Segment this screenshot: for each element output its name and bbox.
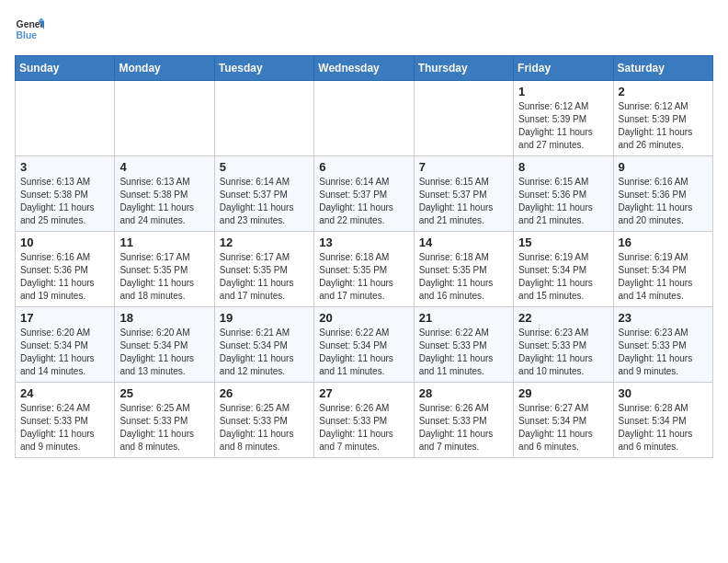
day-number: 7 bbox=[419, 160, 508, 174]
calendar-cell: 5Sunrise: 6:14 AMSunset: 5:37 PMDaylight… bbox=[214, 156, 313, 232]
day-info: Sunrise: 6:18 AMSunset: 5:35 PMDaylight:… bbox=[419, 251, 508, 303]
column-header-thursday: Thursday bbox=[414, 56, 513, 81]
day-info: Sunrise: 6:19 AMSunset: 5:34 PMDaylight:… bbox=[619, 251, 708, 303]
calendar-week-row: 1Sunrise: 6:12 AMSunset: 5:39 PMDaylight… bbox=[16, 81, 713, 156]
calendar-week-row: 24Sunrise: 6:24 AMSunset: 5:33 PMDayligh… bbox=[16, 383, 713, 458]
day-number: 25 bbox=[119, 386, 209, 400]
day-number: 19 bbox=[220, 311, 309, 325]
calendar-cell: 10Sunrise: 6:16 AMSunset: 5:36 PMDayligh… bbox=[16, 232, 115, 307]
day-info: Sunrise: 6:19 AMSunset: 5:34 PMDaylight:… bbox=[518, 251, 608, 303]
day-number: 21 bbox=[419, 311, 508, 325]
logo-icon: General Blue bbox=[15, 15, 44, 44]
day-number: 4 bbox=[119, 160, 209, 174]
calendar-cell: 19Sunrise: 6:21 AMSunset: 5:34 PMDayligh… bbox=[214, 307, 313, 383]
day-info: Sunrise: 6:25 AMSunset: 5:33 PMDaylight:… bbox=[220, 402, 309, 454]
day-info: Sunrise: 6:14 AMSunset: 5:37 PMDaylight:… bbox=[319, 176, 408, 227]
calendar-cell bbox=[414, 81, 513, 156]
calendar-header-row: SundayMondayTuesdayWednesdayThursdayFrid… bbox=[16, 56, 713, 81]
day-number: 24 bbox=[20, 386, 109, 400]
calendar-cell: 7Sunrise: 6:15 AMSunset: 5:37 PMDaylight… bbox=[414, 156, 513, 232]
calendar-cell: 15Sunrise: 6:19 AMSunset: 5:34 PMDayligh… bbox=[514, 232, 613, 307]
day-number: 13 bbox=[319, 236, 408, 249]
calendar-cell: 2Sunrise: 6:12 AMSunset: 5:39 PMDaylight… bbox=[613, 81, 712, 156]
calendar-cell: 23Sunrise: 6:23 AMSunset: 5:33 PMDayligh… bbox=[613, 307, 712, 383]
calendar-cell: 9Sunrise: 6:16 AMSunset: 5:36 PMDaylight… bbox=[613, 156, 712, 232]
day-number: 16 bbox=[619, 236, 708, 249]
day-number: 27 bbox=[319, 386, 408, 400]
calendar-cell: 1Sunrise: 6:12 AMSunset: 5:39 PMDaylight… bbox=[514, 81, 613, 156]
day-number: 29 bbox=[518, 386, 608, 400]
day-number: 5 bbox=[220, 160, 309, 174]
column-header-sunday: Sunday bbox=[16, 56, 115, 81]
svg-text:Blue: Blue bbox=[17, 30, 38, 40]
column-header-wednesday: Wednesday bbox=[314, 56, 414, 81]
day-number: 12 bbox=[220, 236, 309, 249]
logo: General Blue bbox=[15, 15, 44, 44]
calendar-cell: 25Sunrise: 6:25 AMSunset: 5:33 PMDayligh… bbox=[115, 383, 214, 458]
day-info: Sunrise: 6:14 AMSunset: 5:37 PMDaylight:… bbox=[220, 176, 309, 227]
calendar-cell: 14Sunrise: 6:18 AMSunset: 5:35 PMDayligh… bbox=[414, 232, 513, 307]
column-header-tuesday: Tuesday bbox=[214, 56, 313, 81]
day-info: Sunrise: 6:26 AMSunset: 5:33 PMDaylight:… bbox=[319, 402, 408, 454]
day-number: 10 bbox=[20, 236, 109, 249]
calendar-cell: 8Sunrise: 6:15 AMSunset: 5:36 PMDaylight… bbox=[514, 156, 613, 232]
calendar-cell: 26Sunrise: 6:25 AMSunset: 5:33 PMDayligh… bbox=[214, 383, 313, 458]
day-info: Sunrise: 6:26 AMSunset: 5:33 PMDaylight:… bbox=[419, 402, 508, 454]
calendar-cell: 27Sunrise: 6:26 AMSunset: 5:33 PMDayligh… bbox=[314, 383, 414, 458]
day-info: Sunrise: 6:13 AMSunset: 5:38 PMDaylight:… bbox=[119, 176, 209, 227]
day-info: Sunrise: 6:22 AMSunset: 5:33 PMDaylight:… bbox=[419, 327, 508, 378]
day-info: Sunrise: 6:25 AMSunset: 5:33 PMDaylight:… bbox=[119, 402, 209, 454]
calendar-cell: 21Sunrise: 6:22 AMSunset: 5:33 PMDayligh… bbox=[414, 307, 513, 383]
calendar-cell: 18Sunrise: 6:20 AMSunset: 5:34 PMDayligh… bbox=[115, 307, 214, 383]
column-header-saturday: Saturday bbox=[613, 56, 712, 81]
calendar-cell: 3Sunrise: 6:13 AMSunset: 5:38 PMDaylight… bbox=[16, 156, 115, 232]
day-number: 28 bbox=[419, 386, 508, 400]
calendar-cell: 4Sunrise: 6:13 AMSunset: 5:38 PMDaylight… bbox=[115, 156, 214, 232]
day-number: 3 bbox=[20, 160, 109, 174]
calendar-cell: 12Sunrise: 6:17 AMSunset: 5:35 PMDayligh… bbox=[214, 232, 313, 307]
day-number: 17 bbox=[20, 311, 109, 325]
calendar-cell: 20Sunrise: 6:22 AMSunset: 5:34 PMDayligh… bbox=[314, 307, 414, 383]
day-number: 9 bbox=[619, 160, 708, 174]
day-info: Sunrise: 6:12 AMSunset: 5:39 PMDaylight:… bbox=[619, 100, 708, 152]
calendar-cell: 17Sunrise: 6:20 AMSunset: 5:34 PMDayligh… bbox=[16, 307, 115, 383]
calendar-cell: 24Sunrise: 6:24 AMSunset: 5:33 PMDayligh… bbox=[16, 383, 115, 458]
day-info: Sunrise: 6:17 AMSunset: 5:35 PMDaylight:… bbox=[220, 251, 309, 303]
day-info: Sunrise: 6:21 AMSunset: 5:34 PMDaylight:… bbox=[220, 327, 309, 378]
day-info: Sunrise: 6:24 AMSunset: 5:33 PMDaylight:… bbox=[20, 402, 109, 454]
day-info: Sunrise: 6:16 AMSunset: 5:36 PMDaylight:… bbox=[20, 251, 109, 303]
day-number: 18 bbox=[119, 311, 209, 325]
calendar-table: SundayMondayTuesdayWednesdayThursdayFrid… bbox=[15, 55, 713, 458]
calendar-cell: 30Sunrise: 6:28 AMSunset: 5:34 PMDayligh… bbox=[613, 383, 712, 458]
day-info: Sunrise: 6:13 AMSunset: 5:38 PMDaylight:… bbox=[20, 176, 109, 227]
day-info: Sunrise: 6:28 AMSunset: 5:34 PMDaylight:… bbox=[619, 402, 708, 454]
day-number: 8 bbox=[518, 160, 608, 174]
day-number: 15 bbox=[518, 236, 608, 249]
day-info: Sunrise: 6:27 AMSunset: 5:34 PMDaylight:… bbox=[518, 402, 608, 454]
calendar-cell: 28Sunrise: 6:26 AMSunset: 5:33 PMDayligh… bbox=[414, 383, 513, 458]
day-number: 6 bbox=[319, 160, 408, 174]
day-info: Sunrise: 6:18 AMSunset: 5:35 PMDaylight:… bbox=[319, 251, 408, 303]
day-number: 11 bbox=[119, 236, 209, 249]
calendar-cell bbox=[16, 81, 115, 156]
day-info: Sunrise: 6:23 AMSunset: 5:33 PMDaylight:… bbox=[619, 327, 708, 378]
day-info: Sunrise: 6:12 AMSunset: 5:39 PMDaylight:… bbox=[518, 100, 608, 152]
day-info: Sunrise: 6:17 AMSunset: 5:35 PMDaylight:… bbox=[119, 251, 209, 303]
calendar-cell: 22Sunrise: 6:23 AMSunset: 5:33 PMDayligh… bbox=[514, 307, 613, 383]
day-info: Sunrise: 6:15 AMSunset: 5:37 PMDaylight:… bbox=[419, 176, 508, 227]
column-header-friday: Friday bbox=[514, 56, 613, 81]
calendar-cell bbox=[115, 81, 214, 156]
day-number: 23 bbox=[619, 311, 708, 325]
day-info: Sunrise: 6:22 AMSunset: 5:34 PMDaylight:… bbox=[319, 327, 408, 378]
day-info: Sunrise: 6:20 AMSunset: 5:34 PMDaylight:… bbox=[20, 327, 109, 378]
calendar-cell: 13Sunrise: 6:18 AMSunset: 5:35 PMDayligh… bbox=[314, 232, 414, 307]
day-info: Sunrise: 6:16 AMSunset: 5:36 PMDaylight:… bbox=[619, 176, 708, 227]
day-number: 26 bbox=[220, 386, 309, 400]
calendar-cell: 29Sunrise: 6:27 AMSunset: 5:34 PMDayligh… bbox=[514, 383, 613, 458]
day-number: 20 bbox=[319, 311, 408, 325]
column-header-monday: Monday bbox=[115, 56, 214, 81]
day-number: 1 bbox=[518, 85, 608, 98]
calendar-cell: 6Sunrise: 6:14 AMSunset: 5:37 PMDaylight… bbox=[314, 156, 414, 232]
calendar-cell bbox=[214, 81, 313, 156]
day-info: Sunrise: 6:20 AMSunset: 5:34 PMDaylight:… bbox=[119, 327, 209, 378]
